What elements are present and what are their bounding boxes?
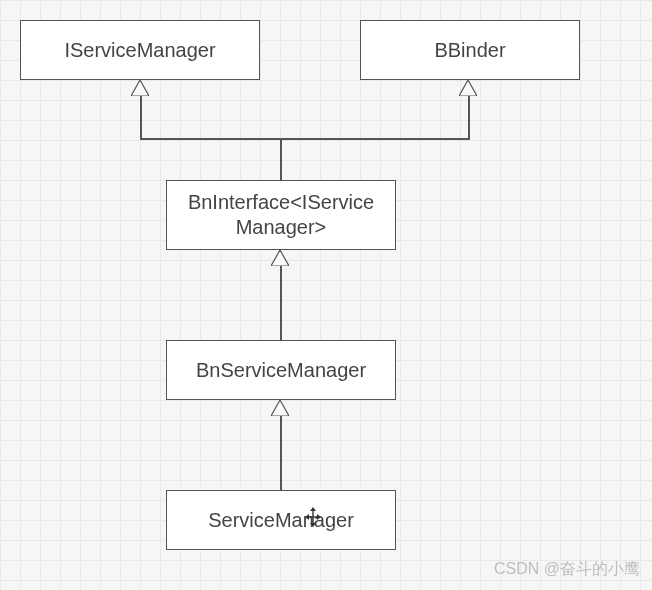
connector-mid <box>280 266 282 340</box>
arrow-iservicemanager <box>131 80 149 96</box>
connector-right-up <box>468 96 470 140</box>
label-bbinder: BBinder <box>434 39 505 62</box>
connector-left-up <box>140 96 142 140</box>
label-servicemanager: ServiceManager <box>208 509 354 532</box>
box-servicemanager: ServiceManager <box>166 490 396 550</box>
svg-marker-2 <box>271 250 289 266</box>
label-iservicemanager: IServiceManager <box>64 39 215 62</box>
connector-hbar <box>140 138 470 140</box>
arrow-bnservicemanager <box>271 400 289 416</box>
label-bnservicemanager: BnServiceManager <box>196 359 366 382</box>
svg-marker-0 <box>131 80 149 96</box>
svg-marker-3 <box>271 400 289 416</box>
connector-bottom <box>280 416 282 490</box>
box-bnservicemanager: BnServiceManager <box>166 340 396 400</box>
watermark: CSDN @奋斗的小鹰 <box>494 559 640 580</box>
box-bninterface: BnInterface<IService Manager> <box>166 180 396 250</box>
watermark-text: CSDN @奋斗的小鹰 <box>494 560 640 577</box>
arrow-bbinder <box>459 80 477 96</box>
arrow-bninterface <box>271 250 289 266</box>
box-bbinder: BBinder <box>360 20 580 80</box>
svg-marker-1 <box>459 80 477 96</box>
box-iservicemanager: IServiceManager <box>20 20 260 80</box>
label-bninterface: BnInterface<IService Manager> <box>188 190 374 240</box>
connector-stem-top <box>280 138 282 180</box>
